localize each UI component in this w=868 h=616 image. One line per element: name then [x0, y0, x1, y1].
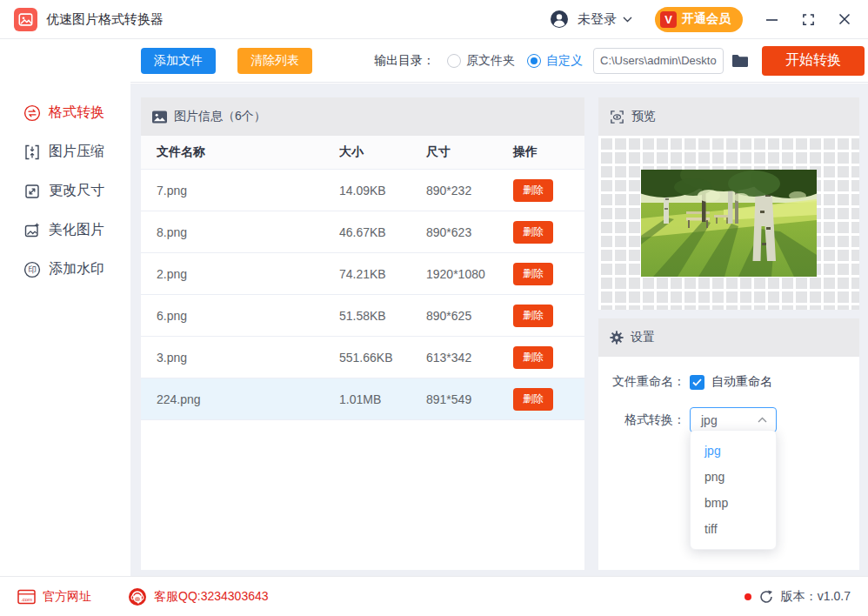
- format-dropdown: jpgpngbmptiff: [690, 430, 777, 550]
- titlebar-right: 未登录 V 开通会员: [550, 7, 852, 32]
- titlebar: 优速图片格式转换器 未登录 V 开通会员: [0, 0, 868, 39]
- cell-file-name: 2.png: [157, 267, 339, 281]
- cell-file-name: 7.png: [157, 184, 339, 198]
- column-header-size: 大小: [339, 144, 426, 160]
- sidebar-item-watermark[interactable]: 印 添加水印: [0, 250, 130, 289]
- preview-header: 预览: [598, 97, 859, 136]
- output-dir-group: 输出目录： 原文件夹 自定义 开始转换: [374, 46, 865, 76]
- cell-dimensions: 890*625: [426, 309, 513, 323]
- version-label: 版本：v1.0.7: [781, 589, 851, 605]
- radio-custom-folder[interactable]: 自定义: [527, 53, 583, 69]
- cell-file-size: 14.09KB: [339, 184, 426, 198]
- cell-dimensions: 891*549: [426, 392, 513, 406]
- dropdown-option-png[interactable]: png: [691, 464, 776, 490]
- column-header-name: 文件名称: [157, 144, 339, 160]
- add-files-button[interactable]: 添加文件: [141, 48, 216, 74]
- close-button[interactable]: [837, 11, 852, 27]
- table-row[interactable]: 2.png 74.21KB 1920*1080 删除: [141, 253, 584, 295]
- cell-file-size: 1.01MB: [339, 392, 426, 406]
- preview-eye-icon: [610, 110, 624, 124]
- minimize-button[interactable]: [764, 11, 779, 27]
- format-row: 格式转换： jpg: [598, 407, 859, 432]
- refresh-icon[interactable]: [759, 590, 773, 604]
- radio-original-circle: [447, 54, 461, 68]
- support-qq-link[interactable]: 客服QQ:3234303643: [128, 587, 269, 606]
- sidebar-item-resize[interactable]: 更改尺寸: [0, 171, 130, 211]
- clear-list-button[interactable]: 清除列表: [237, 48, 312, 74]
- login-status: 未登录: [578, 11, 617, 28]
- vip-button[interactable]: V 开通会员: [655, 7, 743, 32]
- sidebar-item-format-convert[interactable]: 格式转换: [0, 93, 130, 132]
- maximize-button[interactable]: [800, 11, 816, 27]
- format-select[interactable]: jpg: [690, 407, 777, 432]
- table-row[interactable]: 3.png 551.66KB 613*342 删除: [141, 337, 584, 378]
- cell-dimensions: 890*232: [426, 184, 513, 198]
- output-path-input[interactable]: [593, 48, 724, 74]
- dropdown-option-tiff[interactable]: tiff: [691, 516, 776, 542]
- cell-file-size: 551.66KB: [339, 351, 426, 365]
- titlebar-left: 优速图片格式转换器: [14, 8, 164, 31]
- customer-service-icon: [128, 587, 147, 606]
- cell-file-name: 8.png: [157, 225, 339, 239]
- version-group: 版本：v1.0.7: [744, 589, 851, 605]
- output-dir-label: 输出目录：: [374, 53, 435, 69]
- table-row[interactable]: 7.png 14.09KB 890*232 删除: [141, 170, 584, 211]
- auto-rename-checkbox[interactable]: [690, 375, 704, 390]
- cell-file-name: 6.png: [157, 309, 339, 323]
- sidebar-item-label: 图片压缩: [49, 143, 104, 161]
- cell-file-size: 74.21KB: [339, 267, 426, 281]
- cell-dimensions: 613*342: [426, 351, 513, 365]
- preview-panel: 预览: [598, 97, 859, 310]
- start-convert-button[interactable]: 开始转换: [762, 46, 865, 76]
- chevron-up-icon: [758, 417, 767, 423]
- rename-label: 文件重命名：: [598, 374, 685, 390]
- rename-row: 文件重命名： 自动重命名: [598, 374, 859, 390]
- user-avatar-icon: [550, 10, 569, 29]
- resize-icon: [23, 183, 41, 200]
- status-dot: [744, 593, 751, 600]
- cell-dimensions: 1920*1080: [426, 267, 513, 281]
- login-menu[interactable]: 未登录: [550, 10, 632, 29]
- sidebar-item-beautify[interactable]: 美化图片: [0, 211, 130, 250]
- app-logo-icon: [14, 8, 37, 31]
- svg-text:印: 印: [28, 264, 37, 274]
- radio-original-label: 原文件夹: [466, 53, 515, 69]
- sidebar-item-label: 美化图片: [49, 221, 104, 239]
- beautify-icon: [23, 222, 41, 239]
- table-header-row: 文件名称 大小 尺寸 操作: [141, 136, 584, 170]
- sidebar-item-compress[interactable]: 图片压缩: [0, 132, 130, 171]
- radio-original-folder[interactable]: 原文件夹: [447, 53, 515, 69]
- gear-icon: [610, 331, 624, 345]
- table-row[interactable]: 8.png 46.67KB 890*623 删除: [141, 211, 584, 253]
- compress-icon: [23, 144, 41, 161]
- delete-button[interactable]: 删除: [513, 346, 553, 369]
- browse-folder-button[interactable]: [731, 54, 749, 68]
- column-header-action: 操作: [513, 144, 584, 160]
- dropdown-option-jpg[interactable]: jpg: [691, 438, 776, 464]
- dropdown-option-bmp[interactable]: bmp: [691, 490, 776, 516]
- vip-button-label: 开通会员: [682, 11, 731, 27]
- file-list-title: 图片信息（6个）: [174, 109, 266, 124]
- file-list-header: 图片信息（6个）: [141, 97, 584, 136]
- auto-rename-label: 自动重命名: [711, 374, 772, 390]
- radio-custom-circle: [527, 54, 541, 68]
- delete-button[interactable]: 删除: [513, 388, 553, 411]
- delete-button[interactable]: 删除: [513, 263, 553, 285]
- app-window: 优速图片格式转换器 未登录 V 开通会员: [0, 0, 868, 616]
- format-label: 格式转换：: [598, 412, 685, 428]
- table-body: 7.png 14.09KB 890*232 删除 8.png 46.67KB 8…: [141, 170, 584, 420]
- delete-button[interactable]: 删除: [513, 179, 553, 202]
- footer: .com 官方网址 客服QQ:3234303643 版本：v1.0.7: [0, 576, 868, 616]
- file-list-panel: 图片信息（6个） 文件名称 大小 尺寸 操作 7.png 14.09KB 890…: [141, 97, 584, 570]
- official-website-link[interactable]: .com 官方网址: [17, 589, 91, 605]
- table-row[interactable]: 224.png 1.01MB 891*549 删除: [141, 378, 584, 420]
- delete-button[interactable]: 删除: [513, 305, 553, 327]
- preview-title: 预览: [631, 109, 656, 124]
- check-icon: [692, 378, 702, 386]
- chevron-down-icon: [623, 17, 632, 23]
- cell-file-size: 46.67KB: [339, 225, 426, 239]
- delete-button[interactable]: 删除: [513, 221, 553, 244]
- table-row[interactable]: 6.png 51.58KB 890*625 删除: [141, 295, 584, 337]
- cell-file-name: 224.png: [157, 392, 339, 406]
- format-convert-icon: [23, 104, 41, 122]
